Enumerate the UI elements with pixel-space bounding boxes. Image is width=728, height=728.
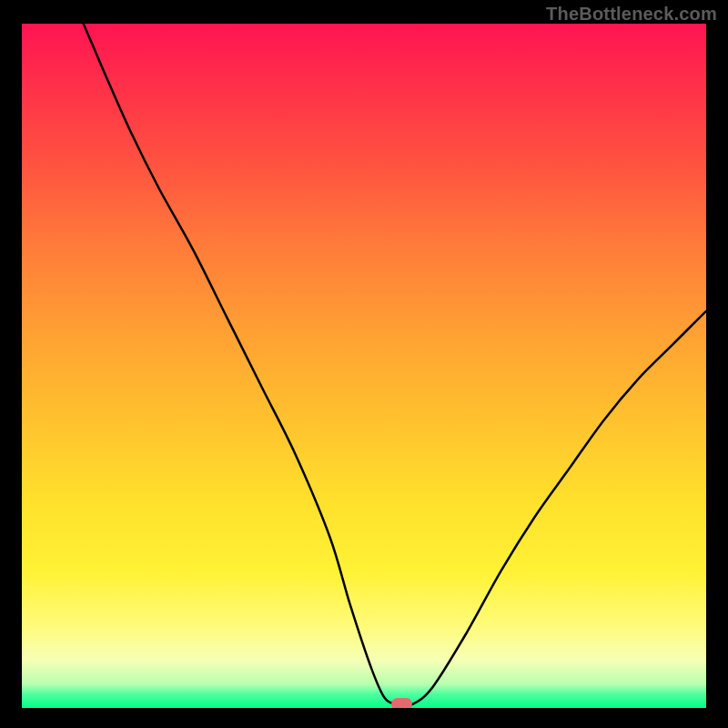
optimum-marker — [391, 698, 412, 708]
plot-area — [22, 24, 706, 708]
watermark-text: TheBottleneck.com — [546, 4, 717, 25]
bottleneck-curve — [22, 24, 706, 708]
chart-frame: TheBottleneck.com — [0, 0, 728, 728]
curve-path — [84, 24, 706, 706]
